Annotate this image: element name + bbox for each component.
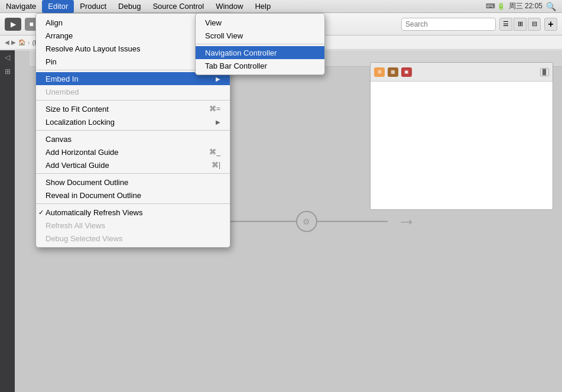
menu-item-embed-label: Embed In [46, 74, 79, 83]
menu-item-resolve-label: Resolve Auto Layout Issues [46, 44, 140, 53]
breadcrumb-icons: ◀ ▶ [5, 39, 16, 46]
vc-icon-brown: ▦ [388, 67, 398, 77]
breadcrumb-home[interactable]: 🏠 [18, 39, 25, 46]
menu-item-unembed-label: Unembed [46, 88, 79, 96]
vc-panel-icons: ⊞ ▦ ▣ [374, 67, 412, 77]
submenu-view-label: View [205, 18, 222, 27]
menu-item-add-v-guide-label: Add Vertical Guide [46, 161, 109, 170]
sidebar-grid-icon[interactable]: ⊞ [2, 67, 14, 76]
menu-item-align-label: Align [46, 18, 63, 27]
menu-item-embed-arrow: ▶ [216, 76, 220, 82]
menu-item-auto-refresh[interactable]: ✓ Automatically Refresh Views [36, 206, 230, 219]
menu-sep-4 [36, 173, 230, 174]
submenu-nav-controller-label: Navigation Controller [205, 48, 277, 57]
nav-connector: ⚙ [226, 210, 388, 232]
submenu-sep-1 [196, 44, 324, 44]
menu-item-add-h-guide-label: Add Horizontal Guide [46, 148, 119, 157]
menubar-item-product[interactable]: Product [74, 0, 112, 13]
menu-sep-2 [36, 100, 230, 101]
menu-item-refresh-all[interactable]: Refresh All Views [36, 219, 230, 232]
menubar-item-editor[interactable]: Editor [42, 0, 74, 13]
submenu-embed-in: View Scroll View Navigation Controller T… [195, 13, 325, 75]
status-bar: ⌨ 🔋 周三 22:05 🔍 [486, 1, 562, 11]
auto-refresh-checkmark: ✓ [38, 209, 44, 216]
vc-icon-orange: ⊞ [374, 67, 385, 77]
menu-sep-5 [36, 203, 230, 204]
submenu-item-view[interactable]: View [196, 16, 324, 29]
menu-item-add-h-guide[interactable]: Add Horizontal Guide ⌘_ [36, 145, 230, 158]
search-input[interactable] [401, 18, 496, 31]
menu-item-reveal-label: Reveal in Document Outline [46, 191, 141, 200]
search-icon[interactable]: 🔍 [546, 2, 556, 11]
vc-panel-topbar: ⊞ ▦ ▣ ▉ [371, 63, 553, 82]
menu-item-size-fit-label: Size to Fit Content [46, 105, 109, 114]
submenu-item-scroll-view[interactable]: Scroll View [196, 29, 324, 42]
submenu-item-navigation-controller[interactable]: Navigation Controller [196, 46, 324, 59]
vc-battery-indicator: ▉ [540, 68, 549, 76]
status-icons: ⌨ 🔋 [486, 2, 505, 10]
submenu-tab-bar-label: Tab Bar Controller [205, 61, 267, 70]
menu-item-canvas[interactable]: Canvas [36, 132, 230, 145]
menubar-item-source-control[interactable]: Source Control [147, 0, 210, 13]
menu-item-size-fit-shortcut: ⌘= [209, 105, 220, 113]
menu-item-add-h-guide-shortcut: ⌘_ [209, 148, 220, 156]
menu-item-debug-selected-label: Debug Selected Views [46, 234, 123, 243]
menu-item-unembed[interactable]: Unembed [36, 85, 230, 98]
toolbar-add-button[interactable]: + [544, 18, 557, 31]
menu-item-show-doc-outline[interactable]: Show Document Outline [36, 176, 230, 189]
menu-item-size-fit[interactable]: Size to Fit Content ⌘= [36, 102, 230, 115]
menu-item-reveal-in-outline[interactable]: Reveal in Document Outline [36, 189, 230, 202]
nav-arrow-right: → [397, 210, 416, 232]
menu-item-refresh-all-label: Refresh All Views [46, 221, 105, 230]
menubar-item-navigate[interactable]: Navigate [0, 0, 42, 13]
left-sidebar: ◁ ⊞ [0, 50, 15, 392]
menu-item-localization-arrow: ▶ [216, 119, 220, 125]
vc-icon-red: ▣ [401, 67, 412, 77]
menu-item-auto-refresh-label: Automatically Refresh Views [46, 208, 143, 217]
menu-sep-3 [36, 130, 230, 131]
menu-item-show-doc-label: Show Document Outline [46, 178, 128, 187]
menu-item-pin-label: Pin [46, 57, 57, 66]
menubar-item-help[interactable]: Help [249, 0, 277, 13]
menu-item-canvas-label: Canvas [46, 135, 72, 144]
menubar: Navigate Editor Product Debug Source Con… [0, 0, 562, 13]
time-display: 周三 22:05 [509, 1, 542, 11]
menu-item-debug-selected[interactable]: Debug Selected Views [36, 232, 230, 245]
submenu-scroll-view-label: Scroll View [205, 31, 243, 40]
sidebar-nav-icon[interactable]: ◁ [2, 53, 14, 62]
submenu-item-tab-bar-controller[interactable]: Tab Bar Controller [196, 59, 324, 72]
menu-item-localization[interactable]: Localization Locking ▶ [36, 115, 230, 128]
menu-item-localization-label: Localization Locking [46, 118, 115, 127]
menu-item-add-v-guide-shortcut: ⌘| [212, 161, 220, 169]
menu-item-arrange-label: Arrange [46, 31, 73, 40]
menubar-item-debug[interactable]: Debug [112, 0, 147, 13]
vc-panel-content [371, 82, 553, 91]
menubar-item-window[interactable]: Window [210, 0, 249, 13]
vc-panel: ⊞ ▦ ▣ ▉ [370, 62, 553, 210]
toolbar-view-toggle[interactable]: ☰ ⊞ ⊟ [499, 18, 541, 31]
menu-item-add-v-guide[interactable]: Add Vertical Guide ⌘| [36, 158, 230, 171]
toolbar-run-button[interactable]: ▶ [5, 18, 21, 31]
